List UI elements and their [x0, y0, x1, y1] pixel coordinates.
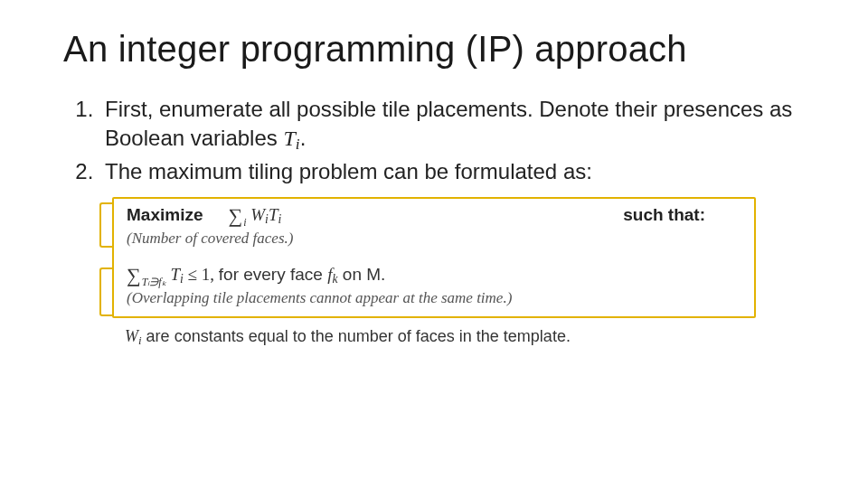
constraint-sigma-icon: ∑: [127, 264, 141, 287]
list-item-2-text: The maximum tiling problem can be formul…: [105, 159, 592, 183]
var-T: T: [283, 127, 295, 150]
bracket-top: [99, 202, 114, 248]
footnote-text: are constants equal to the number of fac…: [142, 327, 571, 345]
formula-panel: Maximize ∑i WiTi such that: (Number of c…: [112, 197, 756, 318]
obj-T-sub: i: [278, 212, 281, 226]
constraint-row: ∑Tᵢ∋fₖ Ti ≤ 1, for every face fk on M.: [127, 264, 741, 289]
constraint-on-M: on M.: [338, 265, 386, 284]
obj-W: W: [250, 205, 265, 224]
list-item-1: First, enumerate all possible tile place…: [99, 95, 814, 155]
sigma-sub: i: [243, 216, 246, 229]
list-item-2: The maximum tiling problem can be formul…: [99, 157, 814, 186]
obj-T: T: [269, 205, 278, 224]
bracket-bottom: [99, 267, 114, 316]
constraint-note: (Overlapping tile placements cannot appe…: [127, 289, 741, 307]
slide: An integer programming (IP) approach Fir…: [0, 0, 868, 488]
list-item-1-text-b: .: [300, 126, 307, 150]
sigma-icon: ∑: [228, 204, 242, 228]
list-item-1-text-a: First, enumerate all possible tile place…: [105, 97, 792, 150]
constraint-for-every: for every face: [219, 265, 327, 284]
maximize-label: Maximize: [127, 205, 203, 225]
constraint-T: T: [170, 265, 180, 284]
footnote-W: W: [125, 327, 138, 345]
objective-note: (Number of covered faces.): [127, 230, 741, 248]
constraint-le1: ≤ 1,: [184, 265, 219, 284]
such-that-label: such that:: [623, 205, 741, 225]
panel-divider: [127, 248, 741, 264]
objective-row: Maximize ∑i WiTi such that:: [127, 204, 741, 230]
slide-title: An integer programming (IP) approach: [63, 29, 814, 70]
objective-sum: ∑i WiTi: [228, 204, 281, 230]
footnote: Wi are constants equal to the number of …: [125, 327, 740, 348]
body-list: First, enumerate all possible tile place…: [99, 95, 814, 186]
constraint-sigma-sub: Tᵢ∋fₖ: [142, 276, 166, 288]
